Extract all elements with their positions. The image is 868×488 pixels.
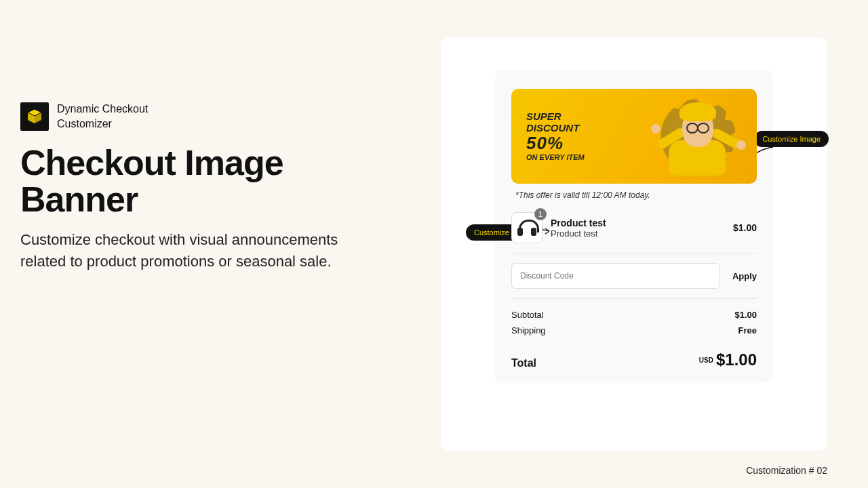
page-title: Checkout Image Banner [20, 144, 387, 218]
banner-percent: 50% [526, 134, 585, 153]
brand-line1: Dynamic Checkout [57, 102, 148, 117]
promo-banner-image[interactable]: SUPER DISCOUNT 50% ON EVERY ITEM [511, 89, 757, 184]
apply-button[interactable]: Apply [732, 271, 757, 281]
product-name: Product test [551, 218, 725, 228]
currency-code: USD [699, 357, 713, 364]
headphones-icon [517, 220, 536, 236]
app-logo [20, 102, 49, 131]
banner-line1: SUPER [526, 111, 585, 123]
subtotal-label: Subtotal [511, 310, 544, 320]
quantity-badge: 1 [534, 208, 547, 220]
cube-icon [26, 108, 43, 125]
page-subtitle: Customize checkout with visual announcem… [20, 229, 387, 272]
person-graphic [655, 101, 736, 176]
customization-number: Customization # 02 [746, 465, 827, 476]
shipping-label: Shipping [511, 325, 546, 336]
product-price: $1.00 [733, 222, 757, 233]
banner-caption: *This offer is valid till 12:00 AM today… [515, 190, 757, 200]
product-thumbnail: 1 [511, 212, 542, 243]
brand-block: Dynamic Checkout Customizer [20, 102, 387, 132]
banner-line4: ON EVERY ITEM [526, 153, 585, 161]
total-label: Total [511, 357, 536, 369]
shipping-value: Free [738, 325, 757, 336]
discount-code-input[interactable] [511, 263, 720, 289]
annotation-customize-image: Customize Image [754, 131, 829, 147]
checkout-summary-card: SUPER DISCOUNT 50% ON EVERY ITEM *This o… [495, 70, 773, 383]
product-variant: Product test [551, 228, 725, 239]
banner-line2: DISCOUNT [526, 123, 585, 134]
checkout-preview-panel: Customize Image Customize Text SUPER DIS… [441, 37, 827, 451]
brand-line2: Customizer [57, 117, 148, 131]
total-value: $1.00 [716, 350, 757, 369]
subtotal-value: $1.00 [734, 310, 757, 320]
